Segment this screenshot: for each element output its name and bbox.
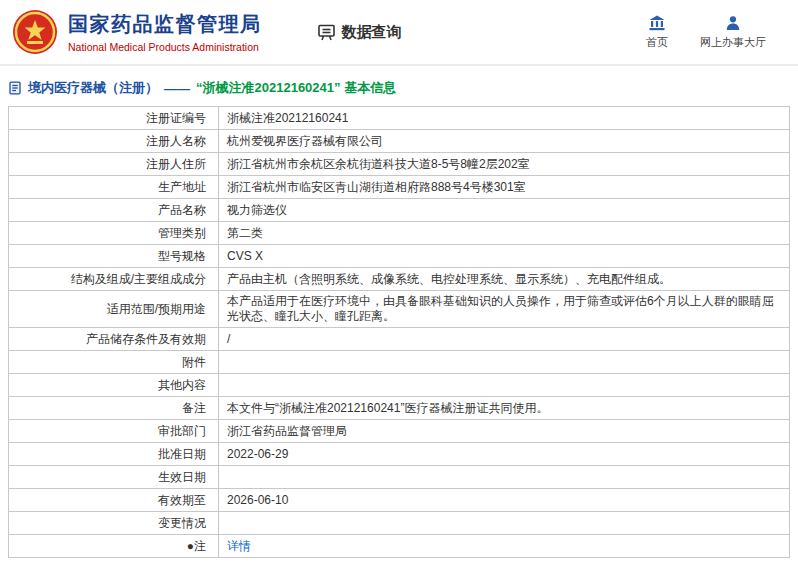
- row-label: 生产地址: [9, 176, 219, 198]
- row-value: 浙江省杭州市临安区青山湖街道相府路888号4号楼301室: [219, 176, 789, 198]
- national-emblem-icon: [12, 9, 58, 55]
- breadcrumb: 境内医疗器械（注册） —— “浙械注准20212160241” 基本信息: [0, 66, 798, 106]
- top-nav: 首页 网上办事大厅: [646, 15, 766, 50]
- page-header: 国家药品监督管理局 National Medical Products Admi…: [0, 0, 798, 66]
- table-row: 有效期至2026-06-10: [9, 489, 789, 512]
- breadcrumb-section: 境内医疗器械（注册）: [28, 79, 158, 97]
- row-value: [219, 351, 789, 373]
- row-label: 有效期至: [9, 489, 219, 511]
- table-row: 注册人住所浙江省杭州市余杭区余杭街道科技大道8-5号8幢2层202室: [9, 153, 789, 176]
- user-icon: [725, 15, 741, 31]
- row-label: 备注: [9, 397, 219, 419]
- table-row: 备注本文件与“浙械注准20212160241”医疗器械注册证共同使用。: [9, 397, 789, 420]
- document-icon: [8, 81, 22, 95]
- table-row: 型号规格CVS X: [9, 245, 789, 268]
- page-title: “浙械注准20212160241” 基本信息: [196, 79, 396, 97]
- row-label: 批准日期: [9, 443, 219, 465]
- row-value: [219, 374, 789, 396]
- breadcrumb-separator: ——: [164, 81, 190, 96]
- table-row: 适用范围/预期用途本产品适用于在医疗环境中，由具备眼科基础知识的人员操作，用于筛…: [9, 291, 789, 328]
- row-label: 变更情况: [9, 512, 219, 534]
- row-label: 产品名称: [9, 199, 219, 221]
- table-row: 管理类别第二类: [9, 222, 789, 245]
- table-row: 注册证编号浙械注准20212160241: [9, 107, 789, 130]
- table-row: ●注详情: [9, 535, 789, 557]
- row-label: 注册人名称: [9, 130, 219, 152]
- row-value: 本产品适用于在医疗环境中，由具备眼科基础知识的人员操作，用于筛查或评估6个月以上…: [219, 291, 789, 327]
- table-row: 其他内容: [9, 374, 789, 397]
- home-icon: [649, 15, 665, 31]
- row-label: 管理类别: [9, 222, 219, 244]
- row-label: 其他内容: [9, 374, 219, 396]
- nav-service-hall-label: 网上办事大厅: [700, 35, 766, 50]
- row-value: [219, 512, 789, 534]
- org-name-en: National Medical Products Administration: [68, 41, 262, 53]
- row-label: 适用范围/预期用途: [9, 291, 219, 327]
- row-value: 浙械注准20212160241: [219, 107, 789, 129]
- row-label: ●注: [9, 535, 219, 557]
- data-query-heading: 数据查询: [317, 23, 402, 42]
- row-value: 产品由主机（含照明系统、成像系统、电控处理系统、显示系统）、充电配件组成。: [219, 268, 789, 290]
- row-value: CVS X: [219, 245, 789, 267]
- table-row: 结构及组成/主要组成成分产品由主机（含照明系统、成像系统、电控处理系统、显示系统…: [9, 268, 789, 291]
- row-value: 第二类: [219, 222, 789, 244]
- info-table: 注册证编号浙械注准20212160241注册人名称杭州爱视界医疗器械有限公司注册…: [8, 106, 790, 558]
- table-row: 生产地址浙江省杭州市临安区青山湖街道相府路888号4号楼301室: [9, 176, 789, 199]
- row-value: [219, 466, 789, 488]
- row-label: 注册人住所: [9, 153, 219, 175]
- row-value: 视力筛选仪: [219, 199, 789, 221]
- row-label: 结构及组成/主要组成成分: [9, 268, 219, 290]
- org-name-cn: 国家药品监督管理局: [68, 11, 262, 38]
- table-row: 变更情况: [9, 512, 789, 535]
- row-value: 浙江省杭州市余杭区余杭街道科技大道8-5号8幢2层202室: [219, 153, 789, 175]
- row-label: 附件: [9, 351, 219, 373]
- table-row: 产品名称视力筛选仪: [9, 199, 789, 222]
- org-title-block: 国家药品监督管理局 National Medical Products Admi…: [68, 11, 262, 53]
- nav-service-hall[interactable]: 网上办事大厅: [700, 15, 766, 50]
- table-row: 产品储存条件及有效期/: [9, 328, 789, 351]
- row-value: 详情: [219, 535, 789, 557]
- table-row: 审批部门浙江省药品监督管理局: [9, 420, 789, 443]
- table-row: 批准日期2022-06-29: [9, 443, 789, 466]
- info-table-body: 注册证编号浙械注准20212160241注册人名称杭州爱视界医疗器械有限公司注册…: [9, 107, 789, 557]
- data-query-icon: [317, 23, 336, 42]
- row-label: 型号规格: [9, 245, 219, 267]
- row-label: 生效日期: [9, 466, 219, 488]
- row-value: 本文件与“浙械注准20212160241”医疗器械注册证共同使用。: [219, 397, 789, 419]
- row-value: /: [219, 328, 789, 350]
- data-query-label: 数据查询: [342, 23, 402, 42]
- nav-home-label: 首页: [646, 35, 668, 50]
- nav-home[interactable]: 首页: [646, 15, 668, 50]
- row-label: 审批部门: [9, 420, 219, 442]
- row-value: 2022-06-29: [219, 443, 789, 465]
- table-row: 注册人名称杭州爱视界医疗器械有限公司: [9, 130, 789, 153]
- detail-link[interactable]: 详情: [227, 539, 251, 554]
- table-row: 附件: [9, 351, 789, 374]
- row-value: 2026-06-10: [219, 489, 789, 511]
- row-value: 杭州爱视界医疗器械有限公司: [219, 130, 789, 152]
- table-row: 生效日期: [9, 466, 789, 489]
- row-label: 产品储存条件及有效期: [9, 328, 219, 350]
- row-value: 浙江省药品监督管理局: [219, 420, 789, 442]
- row-label: 注册证编号: [9, 107, 219, 129]
